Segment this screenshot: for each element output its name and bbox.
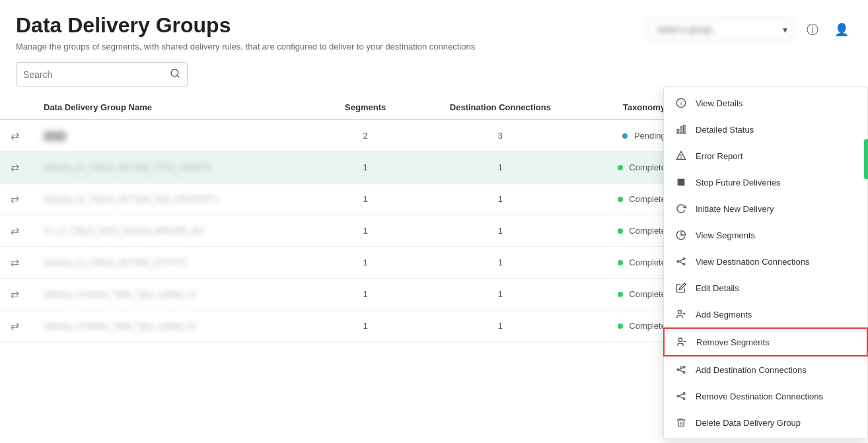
menu-item-label: Initiate New Delivery	[696, 204, 774, 214]
menu-item-label: Error Report	[696, 151, 743, 161]
main-content: Data Delivery Group Name Segments Destin…	[0, 86, 868, 443]
svg-point-19	[678, 338, 682, 341]
row-name-cell: Delivery_01_TABLE_0677984_TYPE_UPDATE...	[33, 152, 320, 184]
menu-item-view-segments[interactable]: View Segments	[664, 222, 867, 248]
taxonomy-dot	[618, 324, 623, 329]
row-segments: 1	[320, 247, 411, 279]
menu-item-stop-future-deliveries[interactable]: Stop Future Deliveries	[664, 169, 867, 195]
menu-item-error-report[interactable]: Error Report	[664, 143, 867, 169]
info-icon: i	[674, 96, 688, 110]
row-dest-conn: 1	[411, 310, 590, 342]
refresh-icon	[674, 202, 688, 215]
page-container: Data Delivery Groups Manage the groups o…	[0, 0, 868, 443]
row-name: ████	[44, 131, 66, 141]
menu-item-label: Remove Destination Connections	[696, 392, 823, 401]
help-button[interactable]: ⓘ	[802, 19, 823, 40]
bar-chart-icon	[674, 123, 688, 136]
row-name-cell: Delivery_02_TABLE_0677983_ADD_PROPERTY	[33, 184, 320, 215]
menu-item-delete-group[interactable]: Delete Data Delivery Group	[664, 409, 867, 436]
svg-line-14	[679, 259, 684, 261]
search-button[interactable]	[163, 63, 187, 86]
edit-icon	[674, 281, 688, 294]
col-dest-conn: Destination Connections	[411, 96, 590, 119]
svg-line-31	[679, 396, 684, 398]
svg-point-9	[681, 158, 682, 158]
svg-rect-5	[680, 127, 682, 133]
toolbar	[0, 51, 868, 86]
row-name: Delivery_Combine_Table_Type_Update_21	[44, 290, 196, 299]
taxonomy-dot	[618, 165, 623, 170]
connections-icon	[674, 255, 688, 268]
menu-item-edit-details[interactable]: Edit Details	[664, 275, 867, 301]
row-icon-cell: ⇄	[0, 310, 33, 342]
row-name: P1_21_TABLE_0678_Delivery_BRM-ME_007	[44, 226, 205, 236]
row-dest-conn: 3	[411, 119, 590, 152]
row-segments: 2	[320, 119, 411, 152]
row-name-cell: ████	[33, 119, 320, 152]
taxonomy-dot	[618, 292, 623, 297]
row-expand-icon: ⇄	[11, 288, 19, 300]
menu-item-add-segments[interactable]: Add Segments	[664, 301, 867, 327]
menu-item-label: Stop Future Deliveries	[696, 178, 781, 187]
row-segments: 1	[320, 152, 411, 184]
row-expand-icon: ⇄	[11, 320, 19, 332]
svg-rect-6	[683, 125, 685, 133]
menu-item-label: Add Destination Connections	[696, 365, 807, 375]
green-accent-bar	[864, 139, 868, 179]
svg-line-15	[679, 261, 684, 263]
taxonomy-dot	[618, 260, 623, 265]
menu-item-remove-destination-connections[interactable]: Remove Destination Connections	[664, 383, 867, 409]
warning-icon	[674, 149, 688, 162]
group-dropdown-wrapper: select a group...	[649, 18, 794, 40]
remove-conn-icon	[674, 390, 688, 403]
svg-text:i: i	[680, 100, 682, 106]
row-segments: 1	[320, 310, 411, 342]
svg-point-23	[683, 372, 685, 374]
row-segments: 1	[320, 215, 411, 247]
row-expand-icon: ⇄	[11, 224, 19, 237]
col-name: Data Delivery Group Name	[33, 96, 320, 119]
row-segments: 1	[320, 184, 411, 215]
svg-point-28	[683, 393, 685, 395]
row-icon-cell: ⇄	[0, 184, 33, 215]
svg-point-29	[683, 398, 685, 400]
row-name: Delivery_Combine_Table_Type_Update_31	[44, 322, 196, 331]
menu-item-remove-segments[interactable]: Remove Segments	[663, 327, 868, 357]
help-icon: ⓘ	[807, 22, 818, 38]
user-icon: 👤	[834, 22, 849, 37]
trash-icon	[674, 416, 688, 429]
row-expand-icon: ⇄	[11, 256, 19, 269]
menu-item-label: View Details	[696, 98, 742, 108]
menu-item-initiate-new-delivery[interactable]: Initiate New Delivery	[664, 195, 867, 222]
menu-item-label: Delete Data Delivery Group	[696, 418, 801, 428]
svg-point-13	[683, 263, 685, 265]
col-segments: Segments	[320, 96, 411, 119]
header: Data Delivery Groups Manage the groups o…	[0, 0, 868, 51]
menu-item-view-details[interactable]: i View Details	[664, 90, 867, 116]
row-expand-icon: ⇄	[11, 129, 19, 142]
row-dest-conn: 1	[411, 247, 590, 279]
col-icon	[0, 96, 33, 119]
search-input[interactable]	[17, 64, 163, 85]
row-icon-cell: ⇄	[0, 215, 33, 247]
remove-segments-icon	[675, 335, 688, 349]
group-dropdown[interactable]: select a group...	[649, 18, 794, 40]
row-name-cell: P1_21_TABLE_0678_Delivery_BRM-ME_007	[33, 215, 320, 247]
menu-item-view-destination-connections[interactable]: View Destination Connections	[664, 248, 867, 275]
search-box	[16, 62, 188, 86]
page-title: Data Delivery Groups	[16, 13, 475, 38]
user-button[interactable]: 👤	[831, 19, 852, 40]
svg-line-30	[679, 394, 684, 396]
row-expand-icon: ⇄	[11, 193, 19, 205]
svg-rect-10	[678, 179, 685, 186]
menu-item-label: Detailed Status	[696, 125, 754, 135]
menu-item-add-destination-connections[interactable]: Add Destination Connections	[664, 357, 867, 383]
menu-item-label: Edit Details	[696, 283, 739, 293]
svg-rect-4	[677, 129, 679, 133]
row-name: Delivery_02_TABLE_0677983_ADD_PROPERTY	[44, 195, 219, 204]
context-menu: i View Details Detailed Status Error Rep…	[663, 86, 868, 439]
svg-point-11	[677, 261, 679, 263]
menu-item-detailed-status[interactable]: Detailed Status	[664, 116, 867, 143]
row-dest-conn: 1	[411, 184, 590, 215]
search-icon	[170, 68, 180, 81]
